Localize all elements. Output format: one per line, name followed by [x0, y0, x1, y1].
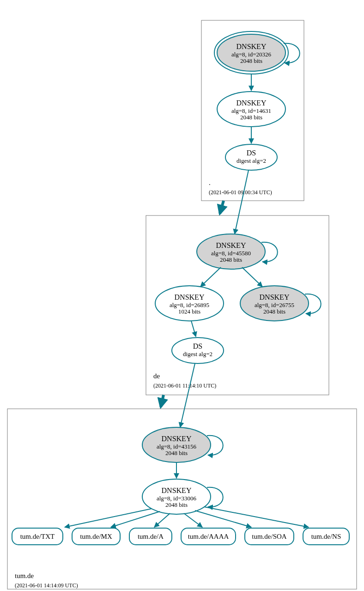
record-ns: tum.de/NS	[303, 528, 349, 545]
edge-tum-zsk-ns	[204, 507, 309, 527]
node-de-key2: DNSKEY alg=8, id=26755 2048 bits	[240, 286, 309, 321]
svg-text:DNSKEY: DNSKEY	[162, 435, 192, 443]
svg-text:alg=8, id=20326: alg=8, id=20326	[231, 51, 272, 58]
edge-de-ds-tum-ksk	[180, 363, 195, 427]
svg-text:DNSKEY: DNSKEY	[237, 43, 267, 50]
svg-text:DNSKEY: DNSKEY	[216, 241, 246, 249]
svg-text:tum.de/SOA: tum.de/SOA	[252, 533, 287, 540]
record-txt: tum.de/TXT	[12, 528, 63, 545]
edge-de-zsk-ds	[191, 321, 196, 337]
edge-zone-root-de	[220, 201, 224, 214]
zone-date-de: (2021-06-01 11:14:10 UTC)	[153, 382, 216, 389]
svg-text:tum.de/NS: tum.de/NS	[311, 533, 341, 540]
svg-text:tum.de/AAAA: tum.de/AAAA	[188, 533, 229, 540]
svg-text:DNSKEY: DNSKEY	[260, 293, 290, 301]
edge-de-ksk-key2	[242, 267, 262, 287]
svg-text:1024 bits: 1024 bits	[178, 308, 200, 315]
record-aaaa: tum.de/AAAA	[181, 528, 236, 545]
zone-label-root: .	[209, 179, 211, 186]
node-de-ksk: DNSKEY alg=8, id=45580 2048 bits	[197, 234, 265, 269]
svg-text:tum.de/MX: tum.de/MX	[80, 533, 112, 540]
edge-tum-zsk-soa	[195, 511, 251, 527]
dnssec-graph: . (2021-06-01 09:00:34 UTC) de (2021-06-…	[0, 0, 364, 591]
edge-zone-de-tum	[161, 395, 164, 407]
node-root-ksk: DNSKEY alg=8, id=20326 2048 bits	[214, 31, 288, 74]
zone-label-de: de	[153, 372, 160, 380]
svg-text:2048 bits: 2048 bits	[165, 449, 188, 456]
svg-text:DS: DS	[247, 149, 256, 157]
svg-text:tum.de/A: tum.de/A	[138, 533, 164, 540]
svg-text:DNSKEY: DNSKEY	[175, 293, 205, 301]
svg-text:alg=8, id=45580: alg=8, id=45580	[211, 250, 251, 257]
svg-text:alg=8, id=43156: alg=8, id=43156	[157, 443, 197, 450]
node-de-ds: DS digest alg=2	[172, 338, 224, 363]
svg-text:DNSKEY: DNSKEY	[162, 486, 192, 494]
node-root-ds: DS digest alg=2	[225, 144, 277, 170]
record-soa: tum.de/SOA	[245, 528, 294, 545]
edge-tum-zsk-a	[154, 513, 170, 527]
node-de-zsk: DNSKEY alg=8, id=26895 1024 bits	[155, 286, 224, 321]
record-mx: tum.de/MX	[72, 528, 120, 545]
zone-date-root: (2021-06-01 09:00:34 UTC)	[209, 189, 272, 196]
svg-text:alg=8, id=33006: alg=8, id=33006	[157, 495, 197, 502]
svg-text:tum.de/TXT: tum.de/TXT	[20, 533, 55, 540]
node-tum-ksk: DNSKEY alg=8, id=43156 2048 bits	[142, 427, 211, 462]
svg-text:digest alg=2: digest alg=2	[183, 351, 212, 357]
svg-text:DNSKEY: DNSKEY	[237, 99, 267, 107]
edge-tum-zsk-aaaa	[184, 513, 202, 527]
edge-tum-zsk-mx	[111, 511, 160, 527]
edge-de-ksk-zsk	[200, 267, 221, 287]
node-root-zsk: DNSKEY alg=8, id=14631 2048 bits	[217, 92, 285, 127]
svg-text:alg=8, id=14631: alg=8, id=14631	[231, 107, 271, 114]
svg-text:alg=8, id=26755: alg=8, id=26755	[255, 302, 294, 308]
edge-root-ds-de-ksk	[235, 170, 249, 234]
svg-text:alg=8, id=26895: alg=8, id=26895	[170, 302, 209, 308]
svg-text:2048 bits: 2048 bits	[240, 114, 262, 121]
svg-text:digest alg=2: digest alg=2	[237, 157, 266, 164]
record-a: tum.de/A	[129, 528, 172, 545]
zone-date-tum: (2021-06-01 14:14:09 UTC)	[15, 582, 78, 589]
svg-text:2048 bits: 2048 bits	[263, 308, 285, 315]
svg-text:DS: DS	[193, 342, 202, 350]
zone-label-tum: tum.de	[15, 572, 34, 579]
node-tum-zsk: DNSKEY alg=8, id=33006 2048 bits	[142, 479, 211, 514]
svg-text:2048 bits: 2048 bits	[165, 501, 188, 508]
svg-text:2048 bits: 2048 bits	[220, 256, 242, 263]
svg-text:2048 bits: 2048 bits	[240, 57, 262, 64]
